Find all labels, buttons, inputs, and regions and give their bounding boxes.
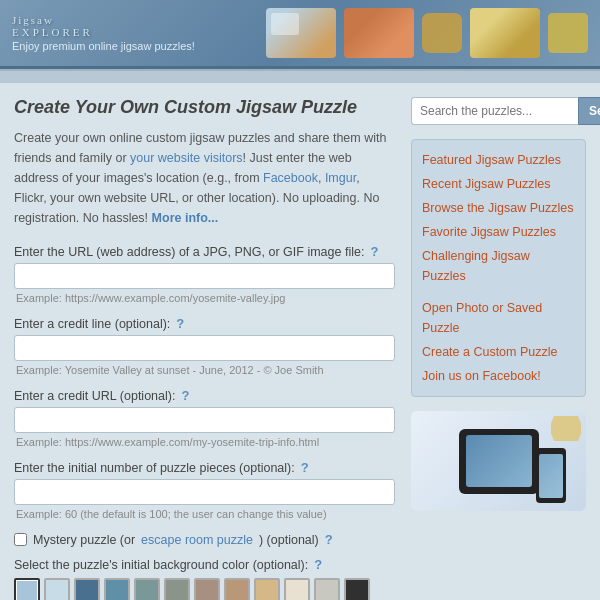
more-info-link[interactable]: More info... (152, 211, 219, 225)
credit-hint: Example: Yosemite Valley at sunset - Jun… (14, 364, 395, 376)
pieces-section: Enter the initial number of puzzle piece… (14, 460, 395, 520)
pieces-hint: Example: 60 (the default is 100; the use… (14, 508, 395, 520)
facebook-link[interactable]: Facebook (263, 171, 318, 185)
color-swatch-11[interactable] (344, 578, 370, 600)
left-column: Create Your Own Custom Jigsaw Puzzle Cre… (14, 97, 395, 600)
color-swatch-9[interactable] (284, 578, 310, 600)
nav-link-recent[interactable]: Recent Jigsaw Puzzles (422, 172, 575, 196)
color-swatch-2[interactable] (74, 578, 100, 600)
puzzle-piece-decoration (551, 416, 581, 441)
color-swatches (14, 578, 395, 600)
logo-subtitle: EXPLORER (12, 26, 195, 38)
color-label: Select the puzzle's initial background c… (14, 557, 395, 572)
url-input[interactable] (14, 263, 395, 289)
page-description: Create your own online custom jigsaw puz… (14, 128, 395, 228)
color-swatch-0[interactable] (14, 578, 40, 600)
pieces-input[interactable] (14, 479, 395, 505)
color-swatch-5[interactable] (164, 578, 190, 600)
color-section: Select the puzzle's initial background c… (14, 557, 395, 600)
site-logo: Jigsaw EXPLORER (12, 14, 195, 38)
credit-url-hint: Example: https://www.example.com/my-yose… (14, 436, 395, 448)
url-hint: Example: https://www.example.com/yosemit… (14, 292, 395, 304)
nav-link-challenging[interactable]: Challenging Jigsaw Puzzles (422, 244, 575, 288)
color-swatch-1[interactable] (44, 578, 70, 600)
phone-shape (536, 448, 566, 503)
mystery-checkbox[interactable] (14, 533, 27, 546)
tablet-screen (466, 435, 532, 487)
header-image-1 (266, 8, 336, 58)
url-section: Enter the URL (web address) of a JPG, PN… (14, 244, 395, 304)
puzzle-piece-deco-2 (548, 13, 588, 53)
nav-link-open[interactable]: Open Photo or Saved Puzzle (422, 296, 575, 340)
mystery-label-1: Mystery puzzle (or (33, 533, 135, 547)
color-swatch-4[interactable] (134, 578, 160, 600)
url-help-icon[interactable]: ? (370, 244, 378, 259)
mystery-help-icon[interactable]: ? (325, 532, 333, 547)
nav-link-browse[interactable]: Browse the Jigsaw Puzzles (422, 196, 575, 220)
credit-url-input[interactable] (14, 407, 395, 433)
puzzle-piece-deco-1 (422, 13, 462, 53)
credit-url-section: Enter a credit URL (optional): ? Example… (14, 388, 395, 448)
right-column: Search Featured Jigsaw PuzzlesRecent Jig… (411, 97, 586, 600)
site-header: Jigsaw EXPLORER Enjoy premium online jig… (0, 0, 600, 69)
search-button[interactable]: Search (578, 97, 600, 125)
credit-section: Enter a credit line (optional): ? Exampl… (14, 316, 395, 376)
color-swatch-3[interactable] (104, 578, 130, 600)
credit-url-help-icon[interactable]: ? (181, 388, 189, 403)
desc-text-3: , (318, 171, 325, 185)
imgur-link[interactable]: Imgur (325, 171, 356, 185)
credit-label: Enter a credit line (optional): ? (14, 316, 395, 331)
search-input[interactable] (411, 97, 578, 125)
nav-link-create[interactable]: Create a Custom Puzzle (422, 340, 575, 364)
color-swatch-7[interactable] (224, 578, 250, 600)
tablet-shape (459, 429, 539, 494)
logo-area: Jigsaw EXPLORER Enjoy premium online jig… (12, 14, 195, 52)
mystery-label-2: ) (optional) (259, 533, 319, 547)
header-image-3 (470, 8, 540, 58)
site-tagline: Enjoy premium online jigsaw puzzles! (12, 40, 195, 52)
color-swatch-8[interactable] (254, 578, 280, 600)
credit-input[interactable] (14, 335, 395, 361)
nav-link-favorites[interactable]: Favorite Jigsaw Puzzles (422, 220, 575, 244)
header-images (266, 8, 588, 58)
color-swatch-6[interactable] (194, 578, 220, 600)
pieces-label: Enter the initial number of puzzle piece… (14, 460, 395, 475)
credit-url-label: Enter a credit URL (optional): ? (14, 388, 395, 403)
nav-links-panel: Featured Jigsaw PuzzlesRecent Jigsaw Puz… (411, 139, 586, 397)
visitors-link[interactable]: your website visitors (130, 151, 243, 165)
mystery-row: Mystery puzzle (or escape room puzzle) (… (14, 532, 395, 547)
color-swatch-10[interactable] (314, 578, 340, 600)
url-label: Enter the URL (web address) of a JPG, PN… (14, 244, 395, 259)
nav-divider-5 (422, 288, 575, 296)
escape-room-link[interactable]: escape room puzzle (141, 533, 253, 547)
pieces-help-icon[interactable]: ? (301, 460, 309, 475)
page-title: Create Your Own Custom Jigsaw Puzzle (14, 97, 395, 118)
main-content: Create Your Own Custom Jigsaw Puzzle Cre… (0, 83, 600, 600)
header-divider (0, 69, 600, 83)
color-help-icon[interactable]: ? (314, 557, 322, 572)
header-image-2 (344, 8, 414, 58)
nav-link-facebook[interactable]: Join us on Facebook! (422, 364, 575, 388)
logo-text: Jigsaw (12, 14, 195, 26)
search-box: Search (411, 97, 586, 125)
nav-link-featured[interactable]: Featured Jigsaw Puzzles (422, 148, 575, 172)
credit-help-icon[interactable]: ? (176, 316, 184, 331)
phone-screen (539, 454, 563, 498)
device-image (411, 411, 586, 511)
